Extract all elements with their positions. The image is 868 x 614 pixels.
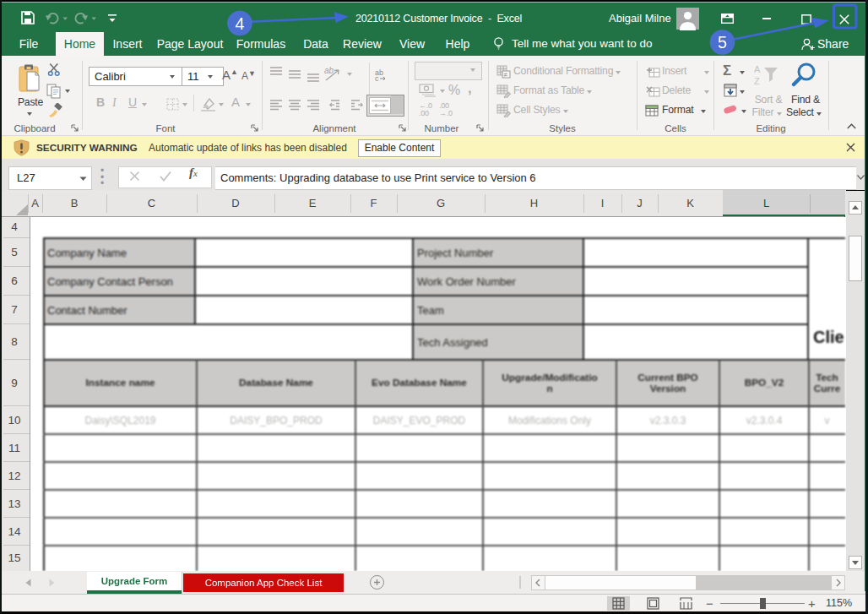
- svg-text:Z: Z: [754, 76, 760, 86]
- svg-text:ab: ab: [324, 67, 334, 75]
- svg-text:≠: ≠: [504, 71, 508, 79]
- svg-text:A: A: [754, 64, 761, 74]
- svg-text:c: c: [375, 74, 379, 81]
